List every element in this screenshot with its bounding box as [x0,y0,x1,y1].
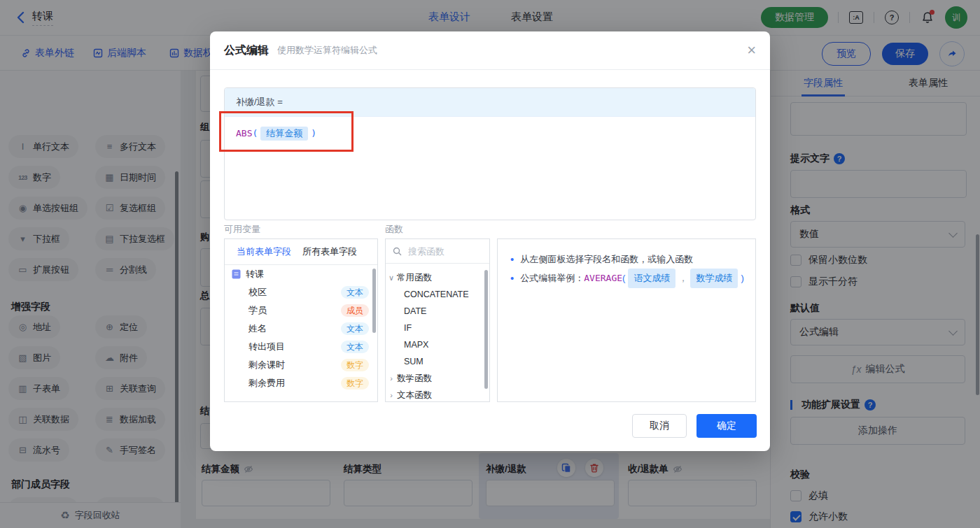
functions-scrollbar[interactable] [484,270,488,389]
tab-current-form-fields[interactable]: 当前表单字段 [237,245,291,258]
function-item[interactable]: IF [386,320,489,336]
function-item[interactable]: SUM [386,353,489,370]
variable-item[interactable]: 姓名文本 [225,320,377,338]
chevron-collapsed-icon: › [386,391,397,399]
type-badge: 成员 [341,304,369,317]
help-line-2: • 公式编辑举例： AVERAGE ( 语文成绩 ， 数学成绩 ) [510,269,743,288]
tab-all-form-fields[interactable]: 所有表单字段 [302,245,357,258]
modal-header: 公式编辑 使用数学运算符编辑公式 × [210,31,770,70]
confirm-button[interactable]: 确定 [696,414,757,438]
formula-expression[interactable]: ABS(结算金额) [225,117,755,150]
function-item[interactable]: CONCATENATE [386,286,489,303]
formula-editor-box: 补缴/退款 = ABS(结算金额) [224,87,756,220]
modal-title: 公式编辑 [224,43,269,58]
form-designer-app: 转课 表单设计 表单设置 数据管理 :A ? 训 表单外链 后端脚本 [0,0,980,528]
function-group-common[interactable]: ∨常用函数 [386,269,489,286]
example-variable-chip: 语文成绩 [628,269,676,288]
type-badge: 数字 [341,359,369,371]
help-panel: • 从左侧面板选择字段名和函数，或输入函数 • 公式编辑举例： AVERAGE … [497,238,756,402]
chevron-collapsed-icon: › [386,374,397,383]
modal-subtitle: 使用数学运算符编辑公式 [277,44,377,57]
function-item[interactable]: MAPX [386,336,489,353]
variables-scrollbar[interactable] [372,269,376,333]
variable-item[interactable]: 校区文本 [225,283,377,301]
variables-label: 可用变量 [224,223,260,236]
function-search [386,239,489,264]
form-doc-icon [232,269,241,279]
type-badge: 数字 [341,377,369,390]
example-variable-chip: 数学成绩 [690,269,738,288]
form-node[interactable]: 转课 [225,265,377,283]
close-icon[interactable]: × [747,43,756,58]
variable-item[interactable]: 剩余费用数字 [225,374,377,392]
variable-item[interactable]: 转出项目文本 [225,338,377,356]
variables-panel: 当前表单字段 所有表单字段 转课 校区文本 学员成员 姓名文本 转出项目文本 剩… [224,238,378,402]
function-item[interactable]: DATE [386,303,489,320]
example-function: AVERAGE [584,269,622,287]
formula-editor-modal: 公式编辑 使用数学运算符编辑公式 × 补缴/退款 = ABS(结算金额) 可用变… [210,31,770,451]
variable-item[interactable]: 剩余课时数字 [225,356,377,374]
functions-label: 函数 [385,223,403,236]
type-badge: 文本 [341,341,369,353]
variable-item[interactable]: 学员成员 [225,301,377,320]
bullet: • [510,250,514,269]
functions-panel: ∨常用函数 CONCATENATE DATE IF MAPX SUM ›数学函数… [385,238,490,402]
help-line-1: • 从左侧面板选择字段名和函数，或输入函数 [510,250,743,269]
cancel-button[interactable]: 取消 [632,414,687,438]
chevron-expanded-icon: ∨ [386,273,397,283]
search-input[interactable] [407,245,472,257]
variable-chip[interactable]: 结算金额 [260,127,308,141]
function-name: ABS [236,128,252,138]
type-badge: 文本 [341,322,369,335]
bullet: • [510,269,514,287]
function-group-math[interactable]: ›数学函数 [386,370,489,387]
search-icon [393,247,402,256]
function-group-text[interactable]: ›文本函数 [386,387,489,404]
type-badge: 文本 [341,286,369,299]
formula-target: 补缴/退款 = [225,88,755,117]
